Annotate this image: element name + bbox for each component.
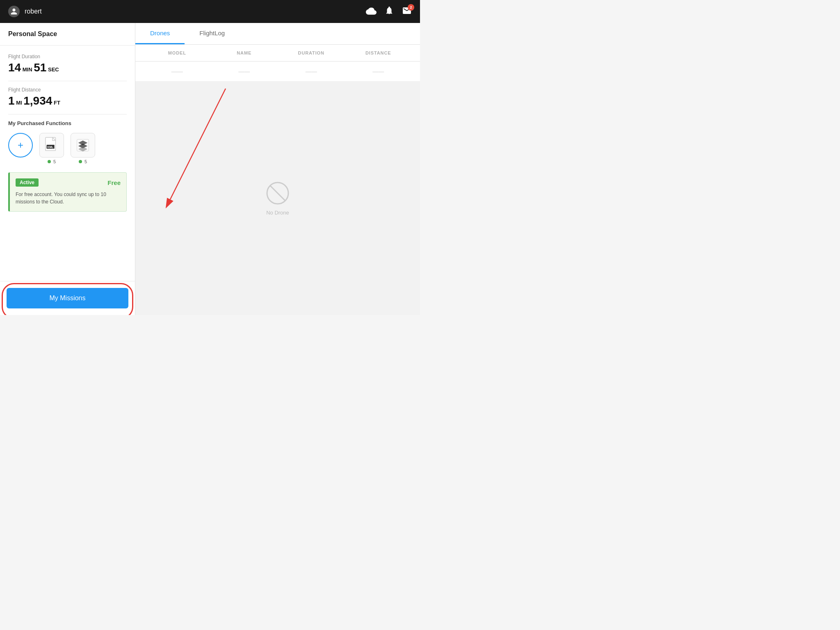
no-drone-icon xyxy=(265,181,290,205)
col-name: NAME xyxy=(211,50,278,55)
svg-text:KML: KML xyxy=(48,146,53,148)
col-duration: DURATION xyxy=(278,50,345,55)
account-description: For free account. You could sync up to 1… xyxy=(16,191,121,205)
account-card-header: Active Free xyxy=(16,178,121,187)
table-row: —— —— —— —— xyxy=(135,62,420,82)
svg-line-8 xyxy=(270,185,285,201)
kml-function-item: KML 5 xyxy=(39,133,64,164)
distance-miles: 1 xyxy=(8,94,15,107)
flight-distance-label: Flight Distance xyxy=(8,87,127,93)
add-function-button[interactable]: + xyxy=(8,133,33,158)
table-header: MODEL NAME DURATION DISTANCE xyxy=(135,45,420,62)
functions-title: My Purchased Functions xyxy=(8,120,127,126)
plan-label: Free xyxy=(107,179,121,186)
alert-icon[interactable] xyxy=(385,6,394,18)
sidebar-content: Flight Duration 14 MIN 51 SEC Flight Dis… xyxy=(0,46,135,281)
drones-table: MODEL NAME DURATION DISTANCE —— —— —— —— xyxy=(135,45,420,82)
cell-duration: —— xyxy=(278,68,345,75)
user-info: robert xyxy=(8,6,42,17)
plus-icon: + xyxy=(18,140,23,150)
tab-flightlog[interactable]: FlightLog xyxy=(185,23,240,44)
username-label: robert xyxy=(25,8,42,15)
layers-count: 5 xyxy=(79,159,87,164)
no-drone-area: No Drone xyxy=(135,82,420,315)
tab-drones[interactable]: Drones xyxy=(135,23,185,44)
active-badge: Active xyxy=(16,178,39,187)
no-drone-label: No Drone xyxy=(266,210,289,216)
cloud-icon[interactable] xyxy=(366,7,377,17)
layers-dot xyxy=(79,160,82,163)
kml-count: 5 xyxy=(48,159,56,164)
divider-2 xyxy=(8,114,127,114)
my-missions-button[interactable]: My Missions xyxy=(7,288,128,308)
duration-seconds: 51 xyxy=(34,61,46,74)
user-avatar xyxy=(8,6,20,17)
main-layout: Personal Space Flight Duration 14 MIN 51… xyxy=(0,23,420,315)
layers-function-item: 5 xyxy=(71,133,95,164)
sidebar-title: Personal Space xyxy=(0,23,135,46)
account-status-card: Active Free For free account. You could … xyxy=(8,172,127,212)
functions-row: + KML 5 xyxy=(8,133,127,164)
app-header: robert 2 xyxy=(0,0,420,23)
flight-distance-value: 1 MI 1,934 FT xyxy=(8,94,127,107)
duration-minutes: 14 xyxy=(8,61,21,74)
mail-icon[interactable]: 2 xyxy=(402,7,412,17)
divider-1 xyxy=(8,81,127,81)
sidebar-footer: My Missions xyxy=(0,281,135,315)
distance-feet: 1,934 xyxy=(23,94,52,107)
cell-name: —— xyxy=(211,68,278,75)
main-content: Drones FlightLog MODEL NAME DURATION DIS… xyxy=(135,23,420,315)
sidebar: Personal Space Flight Duration 14 MIN 51… xyxy=(0,23,135,315)
cell-model: —— xyxy=(144,68,211,75)
kml-icon-box[interactable]: KML xyxy=(39,133,64,158)
tabs-bar: Drones FlightLog xyxy=(135,23,420,45)
flight-duration-label: Flight Duration xyxy=(8,54,127,59)
layers-icon-box[interactable] xyxy=(71,133,95,158)
kml-dot xyxy=(48,160,51,163)
mail-badge: 2 xyxy=(408,4,414,11)
cell-distance: —— xyxy=(345,68,412,75)
col-model: MODEL xyxy=(144,50,211,55)
header-actions: 2 xyxy=(366,6,412,18)
flight-duration-value: 14 MIN 51 SEC xyxy=(8,61,127,74)
col-distance: DISTANCE xyxy=(345,50,412,55)
